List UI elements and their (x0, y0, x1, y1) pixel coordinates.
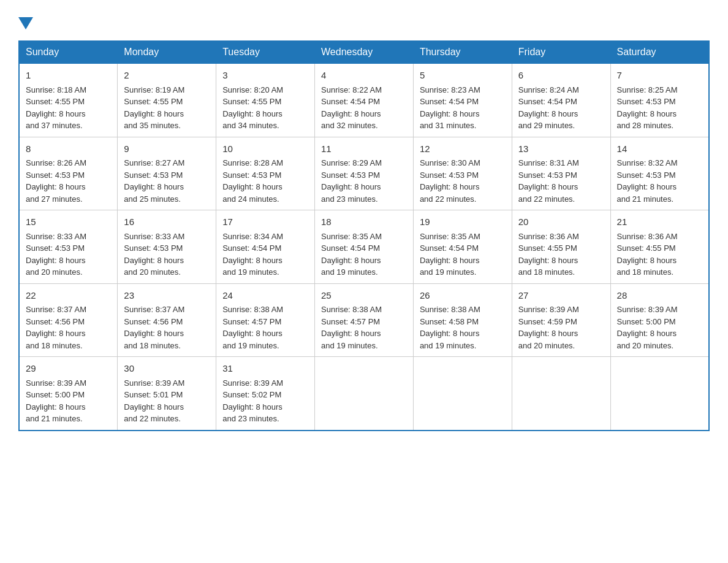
day-number: 25 (321, 289, 407, 303)
calendar-week-row: 1Sunrise: 8:18 AMSunset: 4:55 PMDaylight… (19, 63, 709, 137)
day-info: Sunrise: 8:36 AMSunset: 4:55 PMDaylight:… (617, 231, 702, 278)
calendar-cell (610, 357, 709, 431)
weekday-header-sunday: Sunday (19, 41, 118, 63)
calendar-cell: 14Sunrise: 8:32 AMSunset: 4:53 PMDayligh… (610, 137, 709, 210)
calendar-cell: 10Sunrise: 8:28 AMSunset: 4:53 PMDayligh… (216, 137, 315, 210)
day-info: Sunrise: 8:26 AMSunset: 4:53 PMDaylight:… (26, 157, 111, 205)
day-info: Sunrise: 8:29 AMSunset: 4:53 PMDaylight:… (321, 157, 407, 205)
day-number: 22 (26, 289, 111, 303)
day-number: 15 (26, 215, 111, 229)
day-number: 17 (222, 215, 308, 229)
day-info: Sunrise: 8:38 AMSunset: 4:57 PMDaylight:… (222, 304, 308, 351)
day-info: Sunrise: 8:39 AMSunset: 5:00 PMDaylight:… (617, 304, 702, 351)
day-info: Sunrise: 8:33 AMSunset: 4:53 PMDaylight:… (124, 231, 210, 278)
day-info: Sunrise: 8:37 AMSunset: 4:56 PMDaylight:… (26, 304, 111, 351)
day-number: 4 (321, 69, 407, 83)
day-number: 7 (617, 69, 702, 83)
page-header (18, 12, 710, 29)
calendar-cell: 24Sunrise: 8:38 AMSunset: 4:57 PMDayligh… (216, 283, 315, 357)
day-number: 23 (124, 289, 210, 303)
day-info: Sunrise: 8:34 AMSunset: 4:54 PMDaylight:… (222, 231, 308, 278)
day-number: 27 (518, 289, 604, 303)
day-info: Sunrise: 8:22 AMSunset: 4:54 PMDaylight:… (321, 84, 407, 132)
weekday-header-tuesday: Tuesday (216, 41, 315, 63)
day-info: Sunrise: 8:31 AMSunset: 4:53 PMDaylight:… (518, 157, 604, 205)
day-number: 30 (124, 362, 210, 376)
calendar-cell: 19Sunrise: 8:35 AMSunset: 4:54 PMDayligh… (413, 210, 512, 284)
day-number: 21 (617, 215, 702, 229)
day-info: Sunrise: 8:23 AMSunset: 4:54 PMDaylight:… (420, 84, 506, 132)
calendar-table: SundayMondayTuesdayWednesdayThursdayFrid… (18, 40, 710, 431)
day-number: 2 (124, 69, 210, 83)
day-number: 10 (222, 142, 308, 156)
day-number: 11 (321, 142, 407, 156)
weekday-header-friday: Friday (512, 41, 610, 63)
calendar-week-row: 8Sunrise: 8:26 AMSunset: 4:53 PMDaylight… (19, 137, 709, 210)
calendar-cell: 18Sunrise: 8:35 AMSunset: 4:54 PMDayligh… (315, 210, 414, 284)
day-number: 26 (420, 289, 506, 303)
calendar-cell: 12Sunrise: 8:30 AMSunset: 4:53 PMDayligh… (413, 137, 512, 210)
calendar-cell: 6Sunrise: 8:24 AMSunset: 4:54 PMDaylight… (512, 63, 610, 137)
day-number: 5 (420, 69, 506, 83)
calendar-cell: 29Sunrise: 8:39 AMSunset: 5:00 PMDayligh… (19, 357, 118, 431)
calendar-cell: 11Sunrise: 8:29 AMSunset: 4:53 PMDayligh… (315, 137, 414, 210)
day-info: Sunrise: 8:30 AMSunset: 4:53 PMDaylight:… (420, 157, 506, 205)
day-info: Sunrise: 8:38 AMSunset: 4:57 PMDaylight:… (321, 304, 407, 351)
calendar-cell: 16Sunrise: 8:33 AMSunset: 4:53 PMDayligh… (118, 210, 216, 284)
weekday-header-monday: Monday (118, 41, 216, 63)
calendar-cell: 23Sunrise: 8:37 AMSunset: 4:56 PMDayligh… (118, 283, 216, 357)
calendar-cell: 3Sunrise: 8:20 AMSunset: 4:55 PMDaylight… (216, 63, 315, 137)
day-number: 18 (321, 215, 407, 229)
day-number: 28 (617, 289, 702, 303)
weekday-header-wednesday: Wednesday (315, 41, 414, 63)
calendar-cell: 22Sunrise: 8:37 AMSunset: 4:56 PMDayligh… (19, 283, 118, 357)
calendar-cell (512, 357, 610, 431)
day-info: Sunrise: 8:37 AMSunset: 4:56 PMDaylight:… (124, 304, 210, 351)
logo-icon (18, 15, 33, 29)
calendar-cell: 13Sunrise: 8:31 AMSunset: 4:53 PMDayligh… (512, 137, 610, 210)
calendar-cell (315, 357, 414, 431)
weekday-header-saturday: Saturday (610, 41, 709, 63)
day-number: 19 (420, 215, 506, 229)
calendar-cell: 28Sunrise: 8:39 AMSunset: 5:00 PMDayligh… (610, 283, 709, 357)
day-info: Sunrise: 8:38 AMSunset: 4:58 PMDaylight:… (420, 304, 506, 351)
calendar-week-row: 22Sunrise: 8:37 AMSunset: 4:56 PMDayligh… (19, 283, 709, 357)
calendar-cell: 30Sunrise: 8:39 AMSunset: 5:01 PMDayligh… (118, 357, 216, 431)
calendar-cell: 27Sunrise: 8:39 AMSunset: 4:59 PMDayligh… (512, 283, 610, 357)
calendar-cell: 8Sunrise: 8:26 AMSunset: 4:53 PMDaylight… (19, 137, 118, 210)
calendar-cell: 17Sunrise: 8:34 AMSunset: 4:54 PMDayligh… (216, 210, 315, 284)
day-number: 14 (617, 142, 702, 156)
day-number: 6 (518, 69, 604, 83)
day-number: 20 (518, 215, 604, 229)
day-info: Sunrise: 8:18 AMSunset: 4:55 PMDaylight:… (26, 84, 111, 132)
day-info: Sunrise: 8:39 AMSunset: 5:02 PMDaylight:… (222, 377, 308, 425)
day-number: 29 (26, 362, 111, 376)
calendar-cell: 5Sunrise: 8:23 AMSunset: 4:54 PMDaylight… (413, 63, 512, 137)
calendar-cell: 26Sunrise: 8:38 AMSunset: 4:58 PMDayligh… (413, 283, 512, 357)
day-info: Sunrise: 8:35 AMSunset: 4:54 PMDaylight:… (420, 231, 506, 278)
day-info: Sunrise: 8:35 AMSunset: 4:54 PMDaylight:… (321, 231, 407, 278)
day-info: Sunrise: 8:24 AMSunset: 4:54 PMDaylight:… (518, 84, 604, 132)
day-info: Sunrise: 8:19 AMSunset: 4:55 PMDaylight:… (124, 84, 210, 132)
day-info: Sunrise: 8:32 AMSunset: 4:53 PMDaylight:… (617, 157, 702, 205)
calendar-cell: 7Sunrise: 8:25 AMSunset: 4:53 PMDaylight… (610, 63, 709, 137)
calendar-cell: 21Sunrise: 8:36 AMSunset: 4:55 PMDayligh… (610, 210, 709, 284)
day-number: 8 (26, 142, 111, 156)
day-info: Sunrise: 8:39 AMSunset: 4:59 PMDaylight:… (518, 304, 604, 351)
calendar-cell (413, 357, 512, 431)
calendar-cell: 20Sunrise: 8:36 AMSunset: 4:55 PMDayligh… (512, 210, 610, 284)
calendar-cell: 1Sunrise: 8:18 AMSunset: 4:55 PMDaylight… (19, 63, 118, 137)
day-info: Sunrise: 8:39 AMSunset: 5:01 PMDaylight:… (124, 377, 210, 425)
day-info: Sunrise: 8:20 AMSunset: 4:55 PMDaylight:… (222, 84, 308, 132)
day-number: 1 (26, 69, 111, 83)
day-info: Sunrise: 8:36 AMSunset: 4:55 PMDaylight:… (518, 231, 604, 278)
day-info: Sunrise: 8:27 AMSunset: 4:53 PMDaylight:… (124, 157, 210, 205)
day-number: 24 (222, 289, 308, 303)
logo (18, 12, 33, 29)
day-number: 9 (124, 142, 210, 156)
day-number: 13 (518, 142, 604, 156)
day-number: 31 (222, 362, 308, 376)
calendar-cell: 9Sunrise: 8:27 AMSunset: 4:53 PMDaylight… (118, 137, 216, 210)
weekday-header-row: SundayMondayTuesdayWednesdayThursdayFrid… (19, 41, 709, 63)
calendar-cell: 2Sunrise: 8:19 AMSunset: 4:55 PMDaylight… (118, 63, 216, 137)
